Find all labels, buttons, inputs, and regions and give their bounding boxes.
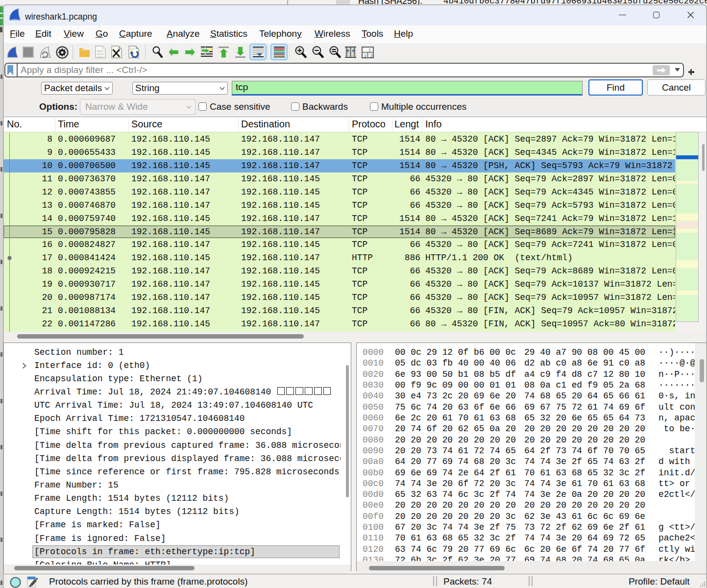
svg-text:1: 1 (368, 48, 371, 52)
svg-text:3: 3 (370, 53, 373, 58)
svg-text:0111: 0111 (97, 55, 104, 58)
svg-text:2: 2 (364, 53, 366, 58)
svg-text:101: 101 (130, 48, 135, 51)
